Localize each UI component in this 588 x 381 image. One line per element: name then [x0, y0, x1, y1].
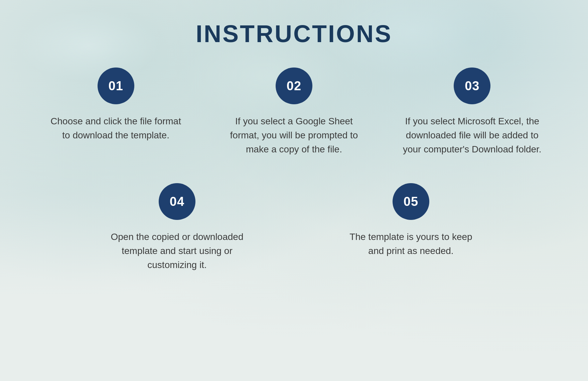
step-03-circle: 03 — [454, 68, 490, 104]
steps-container: 01 Choose and click the file format to d… — [27, 68, 561, 272]
step-05-circle: 05 — [393, 183, 429, 220]
step-04-circle: 04 — [159, 183, 195, 220]
step-04-text: Open the copied or downloaded template a… — [107, 230, 247, 272]
step-01: 01 Choose and click the file format to d… — [46, 68, 186, 156]
step-02-circle: 02 — [276, 68, 312, 104]
step-01-number: 01 — [109, 79, 123, 93]
step-05: 05 The template is yours to keep and pri… — [341, 183, 481, 272]
steps-row-bottom: 04 Open the copied or downloaded templat… — [27, 183, 561, 272]
step-05-number: 05 — [404, 195, 418, 209]
step-04: 04 Open the copied or downloaded templat… — [107, 183, 247, 272]
page-title: INSTRUCTIONS — [196, 20, 392, 47]
step-02-number: 02 — [287, 79, 301, 93]
step-02-text: If you select a Google Sheet format, you… — [224, 114, 364, 156]
step-02: 02 If you select a Google Sheet format, … — [224, 68, 364, 156]
step-05-text: The template is yours to keep and print … — [341, 230, 481, 258]
step-03-number: 03 — [465, 79, 479, 93]
step-01-text: Choose and click the file format to down… — [46, 114, 186, 142]
step-04-number: 04 — [170, 195, 184, 209]
step-03: 03 If you select Microsoft Excel, the do… — [402, 68, 542, 156]
step-03-text: If you select Microsoft Excel, the downl… — [402, 114, 542, 156]
step-01-circle: 01 — [98, 68, 134, 104]
steps-row-top: 01 Choose and click the file format to d… — [27, 68, 561, 156]
